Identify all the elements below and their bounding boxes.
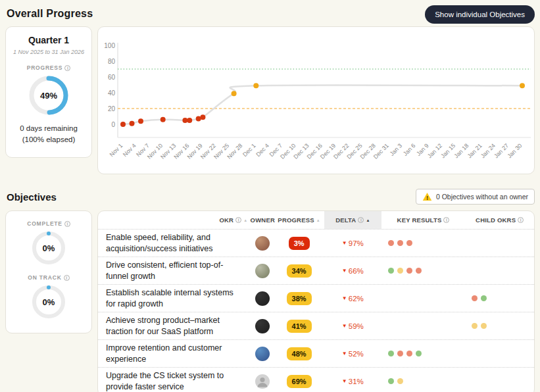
svg-text:Jan 3: Jan 3 xyxy=(389,142,404,157)
days-remaining: 0 days remaining (100% elapsed) xyxy=(6,123,91,145)
okr-title[interactable]: Drive consistent, efficient top-of-funne… xyxy=(98,260,251,282)
status-dot[interactable] xyxy=(406,240,412,246)
status-dot[interactable] xyxy=(388,351,394,356)
svg-text:80: 80 xyxy=(108,58,116,65)
okr-title[interactable]: Establish scalable internal systems for … xyxy=(98,287,251,309)
svg-text:Nov 1: Nov 1 xyxy=(109,142,124,158)
progress-badge: 34% xyxy=(287,264,312,278)
objectives-without-owner-badge: ! 0 Objectives without an owner xyxy=(416,189,535,205)
warning-icon: ! xyxy=(422,192,432,201)
data-point[interactable] xyxy=(520,83,525,88)
status-dot[interactable] xyxy=(397,240,403,246)
complete-value: 0% xyxy=(30,230,67,266)
delta-down-icon: ▼ xyxy=(342,351,347,356)
owner-column-header[interactable]: OWNER xyxy=(251,211,274,229)
delta-down-icon: ▼ xyxy=(342,268,347,274)
okr-dashboard: Overall Progress Show individual Objecti… xyxy=(0,0,540,392)
okr-title[interactable]: Improve retention and customer experienc… xyxy=(98,343,251,364)
data-point[interactable] xyxy=(138,118,143,124)
owner-avatar xyxy=(255,374,270,389)
progress-badge: 69% xyxy=(287,375,312,388)
data-point[interactable] xyxy=(187,118,192,123)
status-dot[interactable] xyxy=(416,268,422,274)
owner-avatar xyxy=(255,236,270,251)
okr-row[interactable]: Establish scalable internal systems for … xyxy=(98,284,534,312)
progress-line-chart: 020406080100Nov 1Nov 4Nov 7Nov 10Nov 13N… xyxy=(98,27,535,174)
status-dot[interactable] xyxy=(481,295,487,301)
progress-column-header[interactable]: PROGRESS ▲ xyxy=(274,211,324,229)
progress-badge: 3% xyxy=(289,237,310,250)
okr-title[interactable]: Upgrade the CS ticket system to provide … xyxy=(98,370,251,392)
delta-value: ▼52% xyxy=(324,350,381,358)
data-point[interactable] xyxy=(232,91,237,96)
data-point[interactable] xyxy=(200,114,205,120)
info-icon[interactable]: i xyxy=(443,217,449,223)
status-dot[interactable] xyxy=(397,268,403,274)
status-dot[interactable] xyxy=(388,378,394,384)
delta-value: ▼97% xyxy=(324,239,381,247)
okr-row[interactable]: Improve retention and customer experienc… xyxy=(98,339,534,367)
complete-label: COMPLETE i xyxy=(6,220,91,227)
okr-row[interactable]: Drive consistent, efficient top-of-funne… xyxy=(98,257,534,284)
okr-title[interactable]: Achieve strong product–market traction f… xyxy=(98,315,251,337)
svg-text:Dec 31: Dec 31 xyxy=(372,142,390,160)
okr-column-header[interactable]: OKR i ▲ xyxy=(98,211,251,229)
info-icon[interactable]: i xyxy=(64,221,70,227)
okr-title[interactable]: Enable speed, reliability, and acquisiti… xyxy=(98,232,251,254)
delta-down-icon: ▼ xyxy=(342,378,347,384)
owner-avatar xyxy=(255,264,270,278)
delta-column-header[interactable]: DELTA i ▲ xyxy=(324,211,381,229)
info-icon[interactable]: i xyxy=(64,275,70,281)
svg-text:Dec 1: Dec 1 xyxy=(241,142,257,158)
owner-avatar xyxy=(255,291,270,306)
info-icon[interactable]: i xyxy=(235,217,241,223)
objectives-header: Objectives ! 0 Objectives without an own… xyxy=(7,189,535,205)
key-results-dots xyxy=(381,240,466,246)
status-dot[interactable] xyxy=(388,268,394,274)
delta-down-icon: ▼ xyxy=(342,323,347,329)
info-icon[interactable]: i xyxy=(518,217,524,223)
child-okrs-column-header[interactable]: CHILD OKRS i xyxy=(465,211,534,229)
svg-text:60: 60 xyxy=(108,74,116,81)
sort-arrow-icon: ▲ xyxy=(316,218,320,222)
svg-text:Dec 4: Dec 4 xyxy=(255,142,270,158)
info-icon[interactable]: i xyxy=(358,217,364,223)
okr-row[interactable]: Enable speed, reliability, and acquisiti… xyxy=(98,229,534,257)
status-dot[interactable] xyxy=(472,323,478,329)
key-results-dots xyxy=(381,378,466,384)
objectives-summary-card: COMPLETE i 0% ON TRACK i 0% xyxy=(5,210,92,333)
status-dot[interactable] xyxy=(406,268,412,274)
data-point[interactable] xyxy=(253,83,258,88)
data-point[interactable] xyxy=(120,122,126,127)
objectives-table: OKR i ▲ OWNER PROGRESS ▲ DELTA i ▲ KEY R… xyxy=(97,210,535,392)
svg-text:Jan 6: Jan 6 xyxy=(402,142,417,157)
data-point[interactable] xyxy=(182,118,187,123)
status-dot[interactable] xyxy=(397,378,403,384)
table-header-row: OKR i ▲ OWNER PROGRESS ▲ DELTA i ▲ KEY R… xyxy=(98,211,534,229)
complete-summary: COMPLETE i 0% xyxy=(6,220,91,266)
page-title: Overall Progress xyxy=(7,5,93,20)
key-results-column-header[interactable]: KEY RESULTS i xyxy=(381,211,466,229)
status-dot[interactable] xyxy=(481,323,487,329)
okr-row[interactable]: Upgrade the CS ticket system to provide … xyxy=(98,367,534,392)
data-point[interactable] xyxy=(130,121,135,126)
status-dot[interactable] xyxy=(406,351,412,356)
data-point[interactable] xyxy=(160,117,166,122)
status-dot[interactable] xyxy=(388,240,394,246)
delta-value: ▼31% xyxy=(324,378,381,385)
show-individual-objectives-button[interactable]: Show individual Objectives xyxy=(425,5,535,24)
delta-value: ▼59% xyxy=(324,322,381,330)
delta-value: ▼66% xyxy=(324,267,381,275)
status-dot[interactable] xyxy=(416,351,422,356)
on-track-value: 0% xyxy=(30,283,67,320)
overall-progress-ring: 49% xyxy=(27,74,70,117)
status-dot[interactable] xyxy=(397,351,403,356)
person-placeholder-icon xyxy=(255,374,270,389)
info-icon[interactable]: i xyxy=(64,65,70,71)
okr-row[interactable]: Achieve strong product–market traction f… xyxy=(98,312,534,339)
status-dot[interactable] xyxy=(472,295,478,301)
complete-ring: 0% xyxy=(30,230,67,266)
on-track-label: ON TRACK i xyxy=(6,274,91,281)
on-track-ring: 0% xyxy=(30,283,67,320)
on-track-summary: ON TRACK i 0% xyxy=(6,274,91,320)
